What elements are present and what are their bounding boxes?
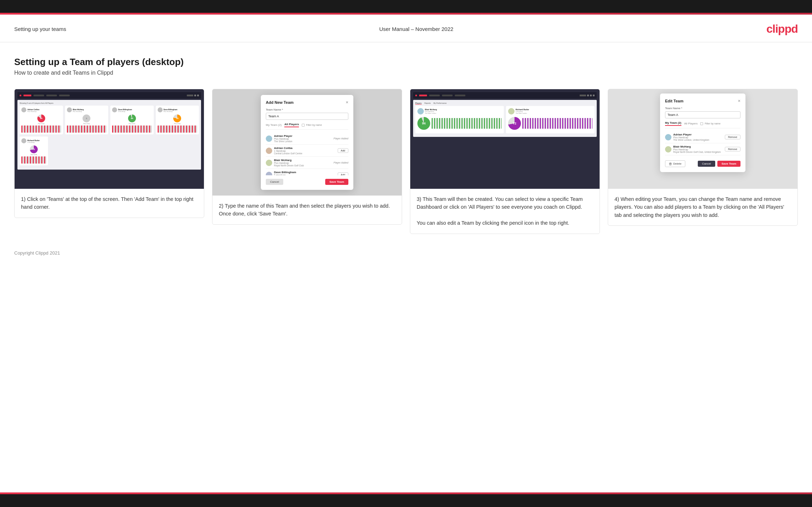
dash-p2-bar [67,126,107,133]
copyright-text: Copyright Clippd 2021 [14,250,60,256]
search-bar-mini [187,95,193,96]
card4-screenshot: Edit Team × Team Name * My Team (2) All … [608,89,797,189]
card3-screenshot: Players Reports My Performance Blair McH… [410,89,600,189]
header: Setting up your teams User Manual – Nove… [0,15,812,42]
dash-p5-info: Richard Butler 5 Handicap [27,139,39,143]
dash-p3-header: Dave Billingham 5 Handicap [112,107,152,113]
chart-bars-1 [432,118,502,129]
search-bar-mini-3 [580,95,586,96]
dash-p3-info: Dave Billingham 5 Handicap [118,108,132,112]
dash3-p2-scores: 72 [508,116,592,131]
player-info-4: Dave Billingham 5 Handicap The Gog Magog… [266,171,301,175]
player-info-2: Adrian Coliba 1 Handicap Central London … [266,146,302,155]
modal-cancel-button-2[interactable]: Cancel [266,179,283,185]
player-1-status: Player Added [333,137,348,140]
footer: Copyright Clippd 2021 [0,245,812,261]
dash-dot-1 [20,95,21,96]
nav-home [33,95,44,96]
player-details-2: Adrian Coliba 1 Handicap Central London … [274,146,302,155]
score-0-circle: 0 [83,114,90,122]
edit-cancel-button[interactable]: Cancel [698,161,715,167]
dash3-chart-1 [432,118,502,129]
tab-all-players-2[interactable]: All Players [284,123,299,127]
edit-avatar-1 [665,134,671,140]
filter-by-name-4: Filter by name [700,122,720,125]
player-avatar-3 [266,160,272,166]
logo-bar-3 [419,95,427,96]
player-avatar-1 [266,135,272,142]
edit-player-details-1: Adrian Player Plus Handicap The Shire Lo… [673,133,710,141]
pencil-icon-3[interactable] [593,95,595,96]
dash-player-5: Richard Butler 5 Handicap 72 Player Qual… [20,137,48,165]
dash3-player-row: Blair McHarg Plus Handicap The Shire Lon… [415,106,595,133]
modal-player-row-1: Adrian Player Plus Handicap The Shire Lo… [266,133,348,145]
dash3-p1-scores: 94 [417,116,502,131]
dash3-p2-header: Richard Butler 5 Handicap The Shire Lond… [508,108,592,114]
bottom-bar [0,494,812,507]
dash-p5-bar [21,156,46,164]
icon-mini2 [197,95,199,96]
logo-bar [23,95,31,96]
edit-modal-actions: Cancel Save Team [698,161,740,167]
dash-p1-header: Adrian Collins Plus Handicap [21,107,61,113]
chart-bars-2 [522,118,592,129]
player-2-add-button[interactable]: Add [338,148,348,153]
dash-avatar-1 [21,107,26,112]
modal-player-list-2: Adrian Player Plus Handicap The Shire Lo… [266,133,348,175]
dash-filter-text: Showing 5 out of 8 players from All Play… [20,102,199,104]
modal-header-2: Add New Team × [266,100,348,105]
player-details-1: Adrian Player Plus Handicap The Shire Lo… [274,134,292,143]
team-name-input-2[interactable] [266,113,348,120]
big-score-72: 72 [508,117,521,130]
modal-save-button-2[interactable]: Save Team [325,179,348,185]
player-4-add-button[interactable]: Add [338,172,348,175]
page-title: Setting up a Team of players (desktop) [14,57,798,68]
player-info-3: Blair McHarg Plus Handicap Royal North D… [266,159,304,167]
dash-p4-score: 78 Player Quality [158,114,197,124]
edit-player-2-remove-button[interactable]: Remove [725,147,740,151]
modal-close-button-4[interactable]: × [738,98,740,103]
dash-p4-bar [158,126,197,133]
cards-row: Showing 5 out of 8 players from All Play… [14,89,798,234]
team-name-label-2: Team Name * [266,108,348,111]
filter-checkbox-2[interactable] [302,124,305,127]
card4-text: 4) When editing your Team, you can chang… [608,189,797,225]
card2-screenshot: Add New Team × Team Name * My Team (2) A… [212,89,402,196]
dash-p2-header: Blair McHarg Plus Handicap [67,107,107,113]
dash-p1-score: 84 Player Quality [21,114,61,124]
team-name-input-4[interactable] [665,111,740,118]
dash3-player-1: Blair McHarg Plus Handicap The Shire Lon… [415,106,504,133]
edit-avatar-2 [665,146,671,153]
icon-mini [194,95,196,96]
dash3-p2-info: Richard Butler 5 Handicap The Shire Lond… [516,108,529,114]
tab-all-players-4[interactable]: All Players [684,122,698,125]
dash3-nav2 [442,95,453,96]
edit-player-list: Adrian Player Plus Handicap The Shire Lo… [665,131,740,155]
modal-tabs-4: My Team (2) All Players Filter by name [665,121,740,128]
tab-my-team-2[interactable]: My Team (2) [266,123,281,127]
modal-close-button-2[interactable]: × [346,100,348,105]
player-info-1: Adrian Player Plus Handicap The Shire Lo… [266,134,292,143]
dash3-player-2: Richard Butler 5 Handicap The Shire Lond… [506,106,595,133]
card-2: Add New Team × Team Name * My Team (2) A… [212,89,402,225]
delete-team-button[interactable]: Delete [665,160,685,167]
edit-modal-footer: Delete Cancel Save Team [665,160,740,167]
modal-player-row-3: Blair McHarg Plus Handicap Royal North D… [266,157,348,169]
card-3: Players Reports My Performance Blair McH… [410,89,600,234]
svg-rect-0 [669,163,671,165]
dash-p1-info: Adrian Collins Plus Handicap [27,108,39,112]
empty-space [50,137,199,165]
dash-player-1: Adrian Collins Plus Handicap 84 Player Q… [20,106,63,134]
big-score-94: 94 [417,117,430,130]
card3-text-part2: You can also edit a Team by clicking the… [417,220,569,226]
dash-p1-bar [21,126,61,133]
dash-p5-score: 72 Player Quality [21,145,46,155]
top-bar [0,0,812,13]
edit-player-1-remove-button[interactable]: Remove [725,135,740,139]
card3-text: 3) This Team will then be created. You c… [410,189,600,234]
filter-checkbox-4[interactable] [700,122,703,125]
dash-avatar-2 [67,107,72,112]
tab-my-team-4[interactable]: My Team (2) [665,121,681,126]
edit-save-button[interactable]: Save Team [717,161,740,167]
dash-player-2: Blair McHarg Plus Handicap 0 Player Qual… [65,106,109,134]
